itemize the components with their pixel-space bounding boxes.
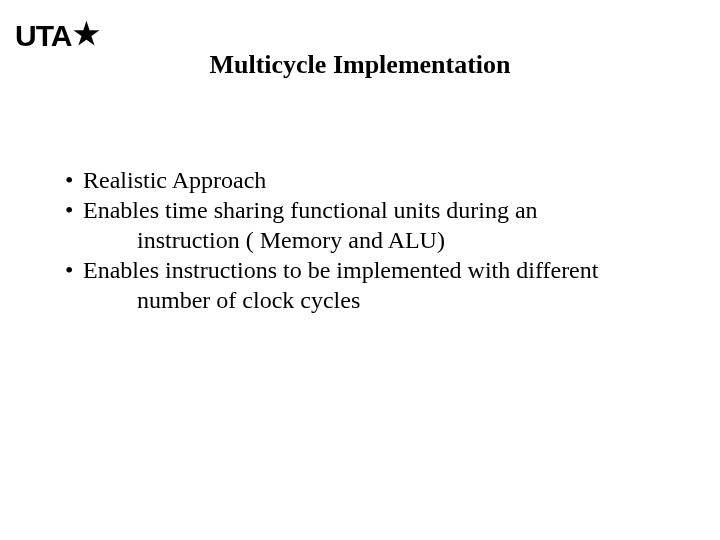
- uta-logo: UTA ★: [15, 18, 99, 53]
- slide-body: • Realistic Approach • Enables time shar…: [65, 165, 670, 315]
- slide: UTA ★ Multicycle Implementation • Realis…: [0, 0, 720, 540]
- slide-title: Multicycle Implementation: [0, 50, 720, 80]
- bullet-continuation: instruction ( Memory and ALU): [65, 225, 670, 255]
- star-icon: ★: [73, 16, 99, 51]
- bullet-text: Realistic Approach: [83, 165, 670, 195]
- logo-text: UTA: [15, 19, 71, 53]
- bullet-text: Enables instructions to be implemented w…: [83, 255, 670, 285]
- bullet-mark: •: [65, 255, 83, 285]
- bullet-text: Enables time sharing functional units du…: [83, 195, 670, 225]
- bullet-item: • Enables time sharing functional units …: [65, 195, 670, 225]
- bullet-mark: •: [65, 195, 83, 225]
- bullet-item: • Realistic Approach: [65, 165, 670, 195]
- bullet-item: • Enables instructions to be implemented…: [65, 255, 670, 285]
- bullet-continuation: number of clock cycles: [65, 285, 670, 315]
- bullet-mark: •: [65, 165, 83, 195]
